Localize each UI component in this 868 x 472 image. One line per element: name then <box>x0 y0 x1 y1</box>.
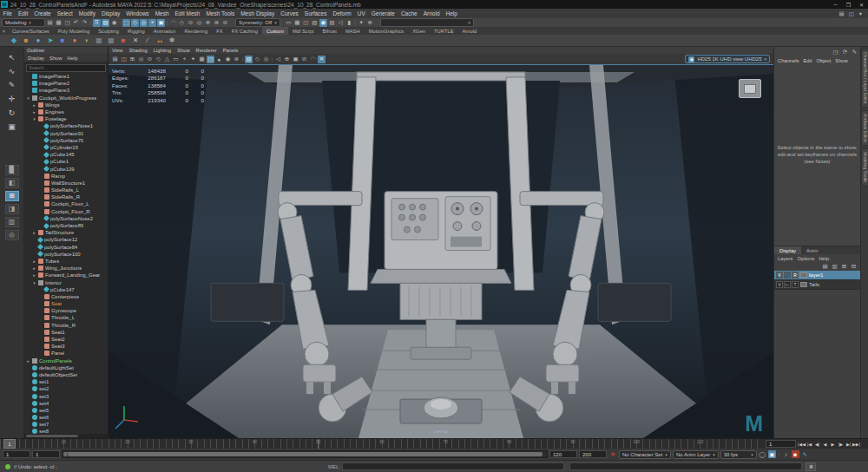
outliner-item-polysurfacenose1[interactable]: polySurfaceNose1 <box>24 122 108 129</box>
shelf-tab-rigging[interactable]: Rigging <box>123 27 149 35</box>
anim-end-field[interactable]: 200 <box>579 450 607 458</box>
playback-toggle[interactable] <box>784 272 791 279</box>
shelf-item-2[interactable]: ■ <box>21 36 31 46</box>
outliner-search-input[interactable] <box>26 64 106 72</box>
outliner-item-set4[interactable]: set4 <box>24 400 108 407</box>
sidebar-tab-channel-box-layer-editor[interactable]: Channel Box / Layer Editor <box>861 49 868 108</box>
play-forwards-button[interactable]: ▶ <box>829 440 837 449</box>
status-icon-1[interactable]: ▭ <box>285 19 293 27</box>
outliner-item-polysurface89[interactable]: polySurface89 <box>24 222 108 229</box>
move-tool[interactable]: ✛ <box>5 93 19 105</box>
viewport-icon-4[interactable]: ◎ <box>137 56 145 63</box>
outliner-item-tailstructure[interactable]: ▸TailStructure <box>24 229 108 236</box>
status-icon-2[interactable]: ▦ <box>293 19 301 27</box>
outliner-item-pcube145[interactable]: pCube145 <box>24 151 108 158</box>
layer-color-swatch[interactable] <box>800 272 807 278</box>
menu-file[interactable]: File <box>0 10 15 16</box>
outliner-item-seat1[interactable]: Seat1 <box>24 329 108 336</box>
go-to-start-button[interactable]: |◀◀ <box>798 440 806 449</box>
viewport-icon-6[interactable]: ◇ <box>155 56 162 63</box>
viewport-canvas[interactable]: Verts:14843800Edges:28618700Faces:138584… <box>108 65 773 438</box>
shelf-item-10[interactable]: ■ <box>118 36 128 46</box>
image-plane-placard[interactable] <box>739 79 761 98</box>
display-type-toggle[interactable]: R <box>792 272 799 279</box>
shelf-item-7[interactable]: ◗ <box>82 36 92 46</box>
outliner-item-imageplane3[interactable]: imagePlane3 <box>24 87 108 94</box>
outliner-item-set7[interactable]: set7 <box>24 421 108 428</box>
outliner-item-polysurfacenose2[interactable]: polySurfaceNose2 <box>24 215 108 222</box>
viewport-menu-renderer[interactable]: Renderer <box>196 48 217 53</box>
menu-edit-mesh[interactable]: Edit Mesh <box>172 10 203 16</box>
sidebar-tab-attribute-editor[interactable]: Attribute Editor <box>861 110 868 146</box>
menubar-icon-2[interactable]: ◫ <box>847 10 855 17</box>
status-icon-14[interactable]: ⌖ <box>148 19 156 27</box>
step-forward-key-button[interactable]: |▶ <box>837 440 845 449</box>
outliner-item-set3[interactable]: set3 <box>24 392 108 399</box>
viewport-menu-panels[interactable]: Panels <box>223 48 239 53</box>
viewport-icon-17[interactable]: ▧ <box>245 56 253 63</box>
viewport-icon-22[interactable]: ⊕ <box>283 56 291 63</box>
visibility-toggle[interactable]: V <box>776 272 783 279</box>
outliner-item-wing-junctions[interactable]: ▸Wing_Junctions <box>24 265 108 272</box>
outliner-item-pcylinder15[interactable]: pCylinder15 <box>24 144 108 151</box>
channel-box-menu-channels[interactable]: Channels <box>778 58 799 63</box>
layer-menu-options[interactable]: Options <box>797 256 814 261</box>
shelf-item-3[interactable]: ● <box>33 36 43 46</box>
status-icon-22[interactable]: ⊚ <box>213 19 220 27</box>
lasso-tool[interactable]: ∿ <box>5 65 19 77</box>
fps-dropdown[interactable]: 30 fps▾ <box>720 450 757 459</box>
outliner-menu-help[interactable]: Help <box>68 56 78 61</box>
playback-end-field[interactable]: 120 <box>549 450 577 458</box>
outliner-item-throttle-r[interactable]: Throttle_R <box>24 322 108 329</box>
anim-layer-dropdown[interactable]: No Anim Layer▾ <box>673 450 719 459</box>
status-icon-5[interactable]: ↷ <box>81 19 89 27</box>
shelf-tab-turtle[interactable]: TURTLE <box>430 27 457 35</box>
menu-create[interactable]: Create <box>31 10 55 16</box>
menu-windows[interactable]: Windows <box>123 10 152 16</box>
status-icon-1[interactable]: ▤ <box>46 19 54 27</box>
outliner-item-controlpanels[interactable]: ▸ControlPanels <box>24 357 108 364</box>
outliner-item-cockpit-floor-l[interactable]: Cockpit_Floor_L <box>24 200 108 207</box>
layout-button-5[interactable]: ▥ <box>5 217 19 227</box>
minimize-button[interactable]: ─ <box>829 2 842 8</box>
shelf-item-13[interactable]: ●● <box>155 36 165 46</box>
outliner-item-set6[interactable]: set6 <box>24 414 108 421</box>
menu-cache[interactable]: Cache <box>398 10 420 16</box>
anim-prefs-icon[interactable]: ✎ <box>801 450 809 458</box>
shelf-tab-animation[interactable]: Animation <box>149 27 181 35</box>
shelf-tab-custom[interactable]: Custom <box>262 27 288 35</box>
status-icon-3[interactable]: ◳ <box>63 19 71 27</box>
channel-box-menu-edit[interactable]: Edit <box>804 58 812 63</box>
display-type-toggle[interactable]: T <box>792 281 799 288</box>
panel-toggle-icon-1[interactable]: ◳ <box>832 48 839 56</box>
go-to-end-button[interactable]: ▶▶| <box>852 440 860 449</box>
outliner-item-polysurface100[interactable]: polySurface100 <box>24 251 108 258</box>
layer-tab-anim[interactable]: Anim <box>801 246 823 254</box>
layer-editor-icon-4[interactable]: ⊟ <box>850 262 858 270</box>
layout-button-1[interactable]: ▉ <box>5 165 19 175</box>
layer-tab-display[interactable]: Display <box>774 246 801 254</box>
outliner-item-polysurface91[interactable]: polySurface91 <box>24 130 108 137</box>
outliner-item-set5[interactable]: set5 <box>24 407 108 414</box>
range-bar[interactable]: 1 <box>63 452 542 456</box>
viewport-menu-view[interactable]: View <box>112 48 122 53</box>
shelf-item-4[interactable]: ➤ <box>45 36 56 46</box>
viewport-icon-10[interactable]: ✦ <box>189 56 197 63</box>
expand-arrow-icon[interactable]: ▸ <box>32 102 36 108</box>
outliner-item-throttle-l[interactable]: Throttle_L <box>24 314 108 321</box>
outliner-item-siderails-r[interactable]: SideRails_R <box>24 193 108 200</box>
menu-generate[interactable]: Generate <box>368 10 398 16</box>
outliner-item-gyroscope[interactable]: Gyroscope <box>24 307 108 314</box>
anim-start-field[interactable]: 1 <box>3 450 30 458</box>
layer-editor-icon-1[interactable]: ▤ <box>821 262 829 270</box>
outliner-item-polysurface70[interactable]: polySurface70 <box>24 137 108 144</box>
shelf-tab-fx-caching[interactable]: FX Caching <box>227 27 262 35</box>
layer-color-swatch[interactable] <box>800 282 807 287</box>
outliner-item-imageplane1[interactable]: imagePlane1 <box>24 73 108 80</box>
outliner-menu-show[interactable]: Show <box>49 56 62 61</box>
expand-arrow-icon[interactable]: ▾ <box>32 116 36 121</box>
step-back-frame-button[interactable]: |◀ <box>806 440 813 449</box>
shelf-tab-mash[interactable]: MASH <box>341 27 365 35</box>
character-set-dropdown[interactable]: No Character Set▾ <box>619 450 671 459</box>
outliner-item-polysurface84[interactable]: polySurface84 <box>24 244 108 251</box>
